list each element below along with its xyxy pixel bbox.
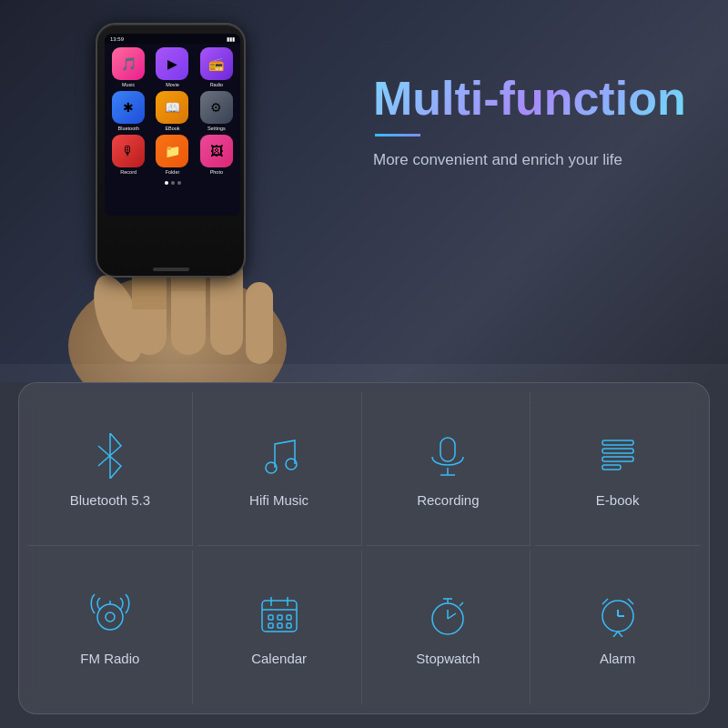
- svg-rect-27: [268, 623, 273, 628]
- svg-rect-25: [278, 615, 282, 620]
- feature-item-alarm: Alarm: [535, 551, 700, 704]
- alarm-icon: [592, 589, 643, 640]
- feature-label-recording: Recording: [417, 492, 479, 508]
- feature-label-fm-radio: FM Radio: [80, 651, 139, 666]
- music-note-icon: [254, 430, 305, 481]
- hero-subtitle: More convenient and enrich your life: [373, 151, 701, 169]
- svg-rect-10: [440, 438, 455, 461]
- feature-label-ebook: E-book: [596, 492, 640, 508]
- svg-rect-28: [278, 623, 282, 628]
- feature-label-alarm: Alarm: [600, 651, 635, 666]
- svg-rect-26: [287, 615, 291, 620]
- app-icon-folder: 📁 Folder: [152, 135, 192, 175]
- app-icon-ebook: 📖 EBook: [152, 91, 192, 131]
- svg-point-18: [106, 612, 115, 622]
- svg-line-41: [613, 632, 618, 637]
- app-icon-music: 🎵 Music: [108, 47, 148, 87]
- device-body: 13:59 ▮▮▮ 🎵 Music ▶ Movie 📻 Radio ✱ Blue…: [96, 23, 246, 278]
- svg-line-40: [628, 599, 633, 604]
- feature-item-stopwatch: Stopwatch: [367, 551, 531, 704]
- app-icon-bluetooth: ✱ Bluetooth: [108, 91, 148, 131]
- radio-icon: [85, 589, 136, 640]
- hero-title: Multi-function: [373, 73, 701, 125]
- svg-line-39: [602, 599, 608, 604]
- calendar-icon: [254, 589, 305, 640]
- ebook-icon: [592, 430, 643, 481]
- device-container: 13:59 ▮▮▮ 🎵 Music ▶ Movie 📻 Radio ✱ Blue…: [96, 23, 255, 296]
- status-bar: 13:59 ▮▮▮: [105, 34, 240, 44]
- svg-line-34: [448, 613, 456, 619]
- hero-underline: [375, 134, 420, 136]
- app-icon-radio: 📻 Radio: [197, 47, 237, 87]
- top-section: 13:59 ▮▮▮ 🎵 Music ▶ Movie 📻 Radio ✱ Blue…: [0, 0, 728, 382]
- app-icon-record: 🎙 Record: [108, 135, 148, 175]
- svg-rect-16: [602, 465, 621, 470]
- feature-item-bluetooth: Bluetooth 5.3: [28, 392, 193, 546]
- time-display: 13:59: [110, 36, 124, 42]
- battery-icon: ▮▮▮: [227, 35, 235, 42]
- svg-rect-29: [287, 623, 291, 628]
- hero-text: Multi-function More convenient and enric…: [373, 73, 701, 169]
- microphone-icon: [422, 430, 473, 481]
- feature-item-calendar: Calendar: [197, 551, 362, 704]
- feature-label-stopwatch: Stopwatch: [416, 651, 480, 666]
- features-panel: Bluetooth 5.3 Hifi Music Recording E-boo…: [18, 382, 710, 714]
- hand-area: 13:59 ▮▮▮ 🎵 Music ▶ Movie 📻 Radio ✱ Blue…: [0, 0, 382, 382]
- svg-rect-15: [602, 457, 633, 461]
- feature-item-ebook: E-book: [535, 392, 700, 546]
- feature-item-fm-radio: FM Radio: [28, 551, 193, 704]
- svg-rect-14: [602, 449, 633, 453]
- features-section: Bluetooth 5.3 Hifi Music Recording E-boo…: [0, 364, 728, 728]
- app-icon-photo: 🖼 Photo: [197, 135, 237, 175]
- app-grid: 🎵 Music ▶ Movie 📻 Radio ✱ Bluetooth 📖 EB…: [105, 44, 240, 178]
- svg-line-35: [460, 602, 463, 606]
- svg-point-17: [97, 604, 123, 630]
- feature-label-calendar: Calendar: [251, 651, 307, 666]
- screen-dots: [105, 181, 240, 185]
- bluetooth-icon: [85, 430, 136, 481]
- app-icon-movie: ▶ Movie: [152, 47, 192, 87]
- device-screen: 13:59 ▮▮▮ 🎵 Music ▶ Movie 📻 Radio ✱ Blue…: [105, 34, 240, 216]
- stopwatch-icon: [422, 589, 473, 640]
- feature-label-hifi-music: Hifi Music: [249, 492, 308, 508]
- svg-rect-24: [268, 615, 273, 620]
- svg-line-42: [618, 632, 622, 637]
- feature-item-recording: Recording: [367, 392, 531, 546]
- app-icon-settings: ⚙ Settings: [197, 91, 237, 131]
- feature-item-hifi-music: Hifi Music: [197, 392, 362, 546]
- feature-label-bluetooth: Bluetooth 5.3: [70, 492, 150, 508]
- svg-rect-13: [602, 440, 633, 445]
